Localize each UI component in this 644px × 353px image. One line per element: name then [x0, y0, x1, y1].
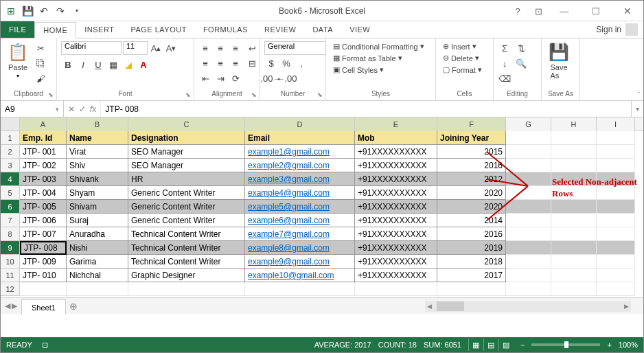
- header-cell[interactable]: Joining Year: [437, 131, 506, 145]
- cell[interactable]: [551, 269, 597, 282]
- cell[interactable]: +91XXXXXXXXXX: [355, 172, 437, 186]
- page-break-view-icon[interactable]: ▨: [498, 339, 514, 351]
- cell[interactable]: [597, 131, 635, 145]
- cell[interactable]: [506, 172, 551, 186]
- conditional-formatting-button[interactable]: ▤Conditional Formatting ▾: [330, 41, 427, 52]
- cell[interactable]: [355, 282, 437, 296]
- dialog-launcher-icon[interactable]: ⬊: [250, 91, 258, 99]
- column-header[interactable]: F: [437, 117, 506, 131]
- expand-formula-bar-icon[interactable]: ▾: [631, 101, 643, 117]
- cell[interactable]: [597, 282, 635, 296]
- undo-icon[interactable]: ↶: [36, 3, 51, 19]
- cell[interactable]: [551, 131, 597, 145]
- horizontal-scrollbar[interactable]: ◀ ▶: [425, 301, 631, 312]
- cancel-formula-icon[interactable]: ✕: [68, 104, 75, 114]
- cell[interactable]: 2018: [437, 255, 506, 269]
- cell[interactable]: Nichchal: [67, 269, 128, 282]
- tab-file[interactable]: FILE: [1, 21, 34, 38]
- cell-email-link[interactable]: example8@gmail.com: [245, 241, 355, 255]
- percent-icon[interactable]: %: [279, 56, 293, 70]
- cell[interactable]: JTP- 008: [20, 241, 67, 255]
- bold-button[interactable]: B: [61, 58, 75, 71]
- insert-cells-button[interactable]: ⊕Insert ▾: [440, 41, 479, 52]
- header-cell[interactable]: Designation: [128, 131, 245, 145]
- font-name-select[interactable]: Calibri: [61, 41, 122, 55]
- tab-page-layout[interactable]: PAGE LAYOUT: [122, 21, 195, 38]
- cell[interactable]: [506, 227, 551, 241]
- tab-review[interactable]: REVIEW: [256, 21, 304, 38]
- zoom-in-button[interactable]: +: [607, 341, 611, 349]
- decrease-font-icon[interactable]: A▾: [164, 41, 178, 55]
- zoom-level[interactable]: 100%: [619, 341, 638, 349]
- cell[interactable]: [551, 159, 597, 172]
- cell[interactable]: Shiv: [67, 159, 128, 172]
- cell[interactable]: +91XXXXXXXXXX: [355, 200, 437, 214]
- zoom-out-button[interactable]: −: [520, 341, 525, 349]
- cell[interactable]: 2015: [437, 145, 506, 159]
- increase-indent-icon[interactable]: ⇥: [214, 71, 227, 85]
- autosum-icon[interactable]: Σ: [498, 41, 511, 55]
- cell-styles-button[interactable]: ▣Cell Styles ▾: [330, 65, 387, 75]
- normal-view-icon[interactable]: ▦: [468, 339, 483, 351]
- format-as-table-button[interactable]: ▦Format as Table ▾: [330, 53, 405, 63]
- cell[interactable]: Nishi: [67, 241, 128, 255]
- cell-email-link[interactable]: example4@gmail.com: [245, 186, 355, 200]
- cell[interactable]: [506, 269, 551, 282]
- cell[interactable]: 2017: [437, 269, 506, 282]
- cell[interactable]: [506, 159, 551, 172]
- cell[interactable]: +91XXXXXXXXXX: [355, 241, 437, 255]
- cell[interactable]: +91XXXXXXXXXX: [355, 186, 437, 200]
- cell[interactable]: [20, 282, 67, 296]
- column-header[interactable]: I: [597, 117, 635, 131]
- sign-in-link[interactable]: Sign in: [596, 25, 621, 34]
- cell[interactable]: [597, 255, 635, 269]
- font-size-select[interactable]: 11: [123, 41, 148, 55]
- format-painter-icon[interactable]: 🖌: [34, 71, 47, 85]
- column-header[interactable]: H: [551, 117, 597, 131]
- cell[interactable]: Technical Content Writer: [128, 255, 245, 269]
- row-header[interactable]: 1: [1, 131, 20, 145]
- help-button[interactable]: ?: [507, 1, 528, 21]
- cell[interactable]: JTP- 002: [20, 159, 67, 172]
- cell-email-link[interactable]: example6@gmail.com: [245, 214, 355, 227]
- cell[interactable]: Virat: [67, 145, 128, 159]
- cell[interactable]: Shyam: [67, 186, 128, 200]
- cell-email-link[interactable]: example5@gmail.com: [245, 200, 355, 214]
- column-header[interactable]: D: [245, 117, 355, 131]
- sort-filter-icon[interactable]: ⇅: [514, 41, 528, 55]
- name-box[interactable]: A9▾: [1, 101, 64, 117]
- cell-email-link[interactable]: example7@gmail.com: [245, 227, 355, 241]
- page-layout-view-icon[interactable]: ▤: [483, 339, 498, 351]
- find-select-icon[interactable]: 🔍: [514, 56, 528, 70]
- header-cell[interactable]: Mob: [355, 131, 437, 145]
- cell[interactable]: [506, 241, 551, 255]
- row-header[interactable]: 7: [1, 214, 20, 227]
- paste-button[interactable]: 📋 Paste ▾: [5, 41, 31, 80]
- cell[interactable]: Generic Content Writer: [128, 214, 245, 227]
- close-button[interactable]: ✕: [612, 1, 643, 21]
- increase-font-icon[interactable]: A▴: [149, 41, 163, 55]
- cell[interactable]: Generic Content Writer: [128, 200, 245, 214]
- cell[interactable]: Shivam: [67, 200, 128, 214]
- cell[interactable]: JTP- 003: [20, 172, 67, 186]
- cell[interactable]: 2012: [437, 172, 506, 186]
- save-icon[interactable]: 💾: [20, 3, 35, 19]
- row-header[interactable]: 3: [1, 159, 20, 172]
- cell[interactable]: Anuradha: [67, 227, 128, 241]
- cell[interactable]: [437, 282, 506, 296]
- cell-email-link[interactable]: example1@gmail.com: [245, 145, 355, 159]
- tab-formulas[interactable]: FORMULAS: [195, 21, 256, 38]
- collapse-ribbon-icon[interactable]: ˇ: [638, 91, 641, 99]
- cell[interactable]: [551, 282, 597, 296]
- cell[interactable]: JTP- 007: [20, 227, 67, 241]
- cell[interactable]: JTP- 001: [20, 145, 67, 159]
- cell[interactable]: JTP- 010: [20, 269, 67, 282]
- row-header[interactable]: 4: [1, 172, 20, 186]
- cell[interactable]: Garima: [67, 255, 128, 269]
- fill-icon[interactable]: ↓: [498, 56, 511, 70]
- cell[interactable]: +91XXXXXXXXXX: [355, 159, 437, 172]
- italic-button[interactable]: I: [76, 58, 90, 71]
- cell[interactable]: Technical Content Writer: [128, 227, 245, 241]
- add-sheet-button[interactable]: ⊕: [66, 301, 81, 312]
- clear-icon[interactable]: ⌫: [498, 71, 511, 85]
